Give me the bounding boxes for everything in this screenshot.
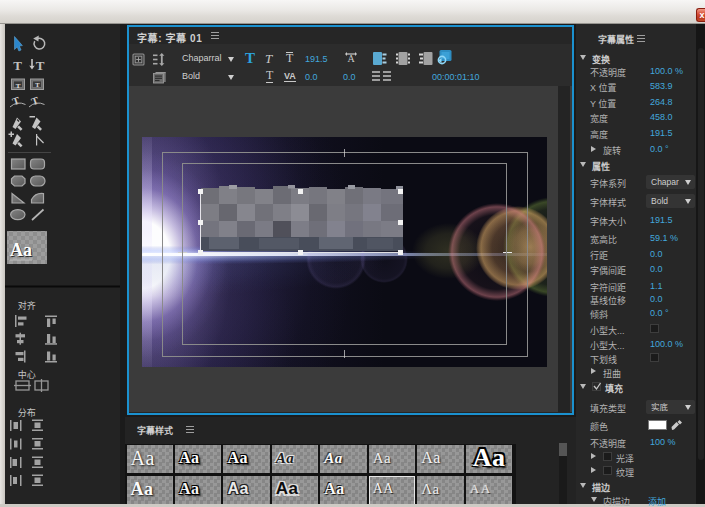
svg-text:T: T — [36, 58, 45, 73]
svg-text:T: T — [13, 58, 22, 73]
svg-text:T: T — [16, 82, 21, 90]
svg-text:A: A — [347, 53, 355, 64]
svg-text:Aa: Aa — [10, 240, 32, 260]
svg-text:T: T — [30, 95, 40, 108]
svg-text:T: T — [11, 95, 21, 108]
svg-text:T: T — [35, 81, 40, 88]
